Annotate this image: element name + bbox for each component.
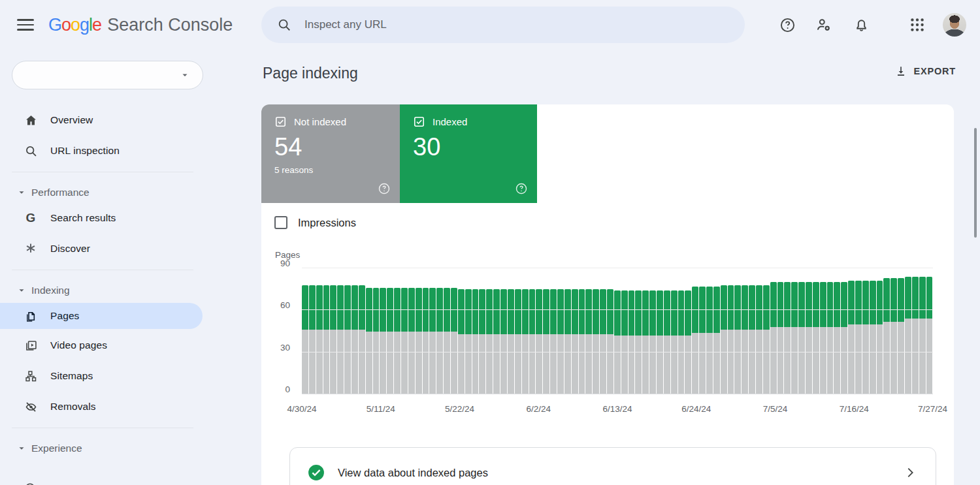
sidebar-item-video-pages[interactable]: Video pages (0, 332, 235, 358)
chart-bar[interactable] (500, 268, 507, 394)
indexed-card[interactable]: Indexed 30 (400, 104, 537, 203)
chart-bar[interactable] (635, 268, 642, 394)
checkbox-checked-icon[interactable] (413, 116, 425, 128)
chart-bar[interactable] (607, 268, 613, 394)
chart-bar[interactable] (515, 268, 521, 394)
chart-bar[interactable] (493, 268, 500, 394)
chart-bar[interactable] (316, 268, 323, 394)
chart-bar[interactable] (465, 268, 472, 394)
chart-bar[interactable] (649, 268, 656, 394)
chart-bar[interactable] (536, 268, 542, 394)
chart-bar[interactable] (806, 268, 812, 394)
impressions-toggle[interactable]: Impressions (274, 216, 954, 229)
chart-bar[interactable] (870, 268, 876, 394)
chart-bar[interactable] (883, 268, 890, 394)
chevron-right-icon[interactable] (903, 465, 917, 480)
scrollbar-thumb[interactable] (974, 128, 977, 238)
sidebar-section-experience[interactable]: Experience (0, 436, 235, 461)
chart-bar[interactable] (309, 268, 316, 394)
chart-bar[interactable] (742, 268, 748, 394)
chart-bar[interactable] (323, 268, 330, 394)
chart-bar[interactable] (657, 268, 663, 394)
chart-bar[interactable] (458, 268, 465, 394)
chart-bar[interactable] (557, 268, 564, 394)
chart-bar[interactable] (508, 268, 514, 394)
sidebar-item-discover[interactable]: Discover (0, 236, 235, 262)
chart-bar[interactable] (699, 268, 706, 394)
chart-bar[interactable] (529, 268, 536, 394)
chart-bar[interactable] (479, 268, 485, 394)
chart-bar[interactable] (543, 268, 549, 394)
chart-bar[interactable] (579, 268, 585, 394)
chart-bar[interactable] (734, 268, 741, 394)
chart-bar[interactable] (366, 268, 372, 394)
chart-bar[interactable] (756, 268, 762, 394)
chart-bar[interactable] (423, 268, 429, 394)
help-icon[interactable] (378, 182, 391, 195)
sidebar-item-url-inspection[interactable]: URL inspection (0, 138, 235, 164)
chart-bar[interactable] (728, 268, 734, 394)
export-button[interactable]: EXPORT (894, 65, 956, 78)
chart-bar[interactable] (777, 268, 784, 394)
chart-bar[interactable] (890, 268, 897, 394)
help-icon[interactable] (515, 182, 528, 195)
google-apps-grid-icon[interactable] (904, 12, 930, 38)
chart-bar[interactable] (912, 268, 919, 394)
chart-bar[interactable] (706, 268, 713, 394)
chart-bar[interactable] (629, 268, 635, 394)
chart-bar[interactable] (784, 268, 791, 394)
chart-bar[interactable] (855, 268, 862, 394)
app-logo[interactable]: Google Search Console (48, 0, 233, 50)
checkbox-checked-icon[interactable] (274, 116, 287, 128)
chart-bar[interactable] (330, 268, 336, 394)
chart-bar[interactable] (351, 268, 358, 394)
chart-bar[interactable] (791, 268, 798, 394)
chart-bar[interactable] (344, 268, 351, 394)
chart-bar[interactable] (550, 268, 557, 394)
chart-bar[interactable] (394, 268, 400, 394)
chart-bar[interactable] (522, 268, 529, 394)
sidebar-section-performance[interactable]: Performance (0, 180, 235, 205)
sidebar-item-overview[interactable]: Overview (0, 107, 235, 133)
chart-bar[interactable] (642, 268, 649, 394)
chart-bar[interactable] (770, 268, 777, 394)
sidebar-item-removals[interactable]: Removals (0, 394, 235, 420)
chart-bar[interactable] (416, 268, 422, 394)
chart-bar[interactable] (827, 268, 834, 394)
notifications-bell-icon[interactable] (848, 12, 874, 38)
chart-bar[interactable] (763, 268, 770, 394)
chart-bar[interactable] (408, 268, 415, 394)
user-avatar[interactable] (943, 13, 966, 37)
chart-bar[interactable] (472, 268, 479, 394)
chart-bar[interactable] (692, 268, 698, 394)
chart-bar[interactable] (373, 268, 380, 394)
sidebar-section-indexing[interactable]: Indexing (0, 278, 235, 303)
chart-bar[interactable] (926, 268, 933, 394)
not-indexed-card[interactable]: Not indexed 54 5 reasons (261, 104, 400, 203)
help-icon[interactable] (774, 12, 800, 38)
sidebar-item-search-results[interactable]: G Search results (0, 205, 235, 231)
chart-bar[interactable] (621, 268, 628, 394)
chart-bar[interactable] (337, 268, 344, 394)
chart-bar[interactable] (585, 268, 592, 394)
chart-bar[interactable] (834, 268, 840, 394)
sidebar-item-pages[interactable]: Pages (0, 303, 203, 329)
chart-bar[interactable] (798, 268, 805, 394)
chart-bar[interactable] (678, 268, 685, 394)
chart-bar[interactable] (848, 268, 855, 394)
chart-bar[interactable] (614, 268, 621, 394)
chart-bar[interactable] (813, 268, 819, 394)
chart-bar[interactable] (664, 268, 670, 394)
chart-bar[interactable] (841, 268, 847, 394)
property-selector-dropdown[interactable] (12, 61, 203, 89)
chart-bar[interactable] (486, 268, 493, 394)
user-settings-icon[interactable] (811, 12, 837, 38)
chart-bar[interactable] (401, 268, 408, 394)
url-inspect-search-bar[interactable] (261, 7, 745, 43)
chart-bar[interactable] (302, 268, 308, 394)
chart-bar[interactable] (877, 268, 883, 394)
chart-bar[interactable] (436, 268, 443, 394)
chart-bar[interactable] (600, 268, 606, 394)
view-indexed-data-banner[interactable]: View data about indexed pages (289, 447, 936, 485)
sidebar-item-sitemaps[interactable]: Sitemaps (0, 363, 235, 389)
